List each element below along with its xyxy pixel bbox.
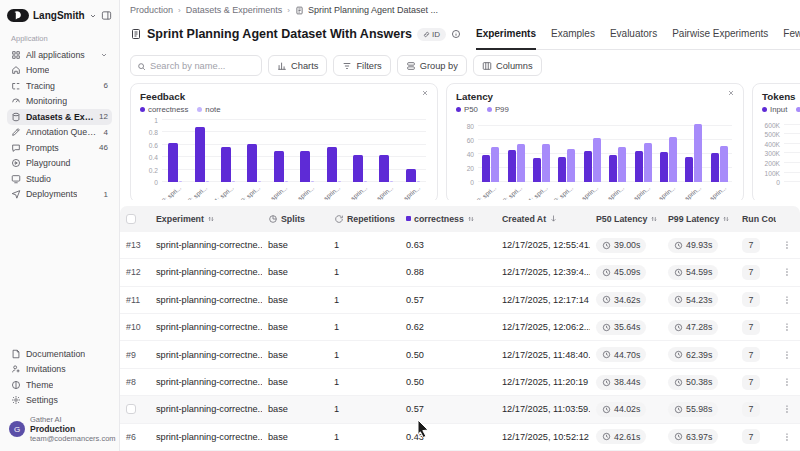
sidebar-item-playground[interactable]: Playground [7,156,112,172]
row-menu-icon[interactable] [782,377,792,387]
experiment-name[interactable]: sprint-planning-correctne... [156,322,262,332]
table-row[interactable]: #13sprint-planning-correctne...base10.63… [120,232,800,259]
sidebar-item-monitoring[interactable]: Monitoring [7,94,112,110]
sidebar-item-home[interactable]: Home [7,63,112,79]
sidebar-item-prompts[interactable]: Prompts46 [7,140,112,156]
row-menu-icon[interactable] [782,295,792,305]
breadcrumb-current[interactable]: Sprint Planning Agent Dataset ... [295,5,438,15]
bar-p50[interactable] [660,152,668,182]
charts-button[interactable]: Charts [268,55,327,76]
sidebar-item-annotation-queues[interactable]: Annotation Queues4 [7,125,112,141]
sidebar-item-invitations[interactable]: Invitations [7,362,112,378]
breadcrumb-item[interactable]: Production [130,5,173,15]
sidebar-item-studio[interactable]: Studio [7,171,112,187]
sidebar-item-tracing[interactable]: Tracing6 [7,78,112,94]
column-header-repetitions[interactable]: Repetitions [328,214,400,224]
row-menu-icon[interactable] [782,240,792,250]
bar-correctness[interactable] [247,144,257,182]
bar-p50[interactable] [482,155,490,182]
bar-p99[interactable] [567,149,575,182]
table-row[interactable]: #10sprint-planning-correctne...base10.62… [120,314,800,341]
sort-icon[interactable] [722,215,730,223]
tab-few-shot-search[interactable]: Few-shot search [783,19,800,49]
bar-p50[interactable] [635,151,643,182]
bar-p99[interactable] [618,147,626,182]
search-box[interactable] [130,55,262,76]
tab-experiments[interactable]: Experiments [476,19,536,49]
bar-p50[interactable] [685,157,693,182]
close-icon[interactable] [727,89,735,97]
experiment-name[interactable]: sprint-planning-correctne... [156,240,262,250]
account-switcher[interactable]: G Gather AI Production team@codemancers.… [7,415,112,443]
bar-p50[interactable] [508,150,516,182]
row-checkbox[interactable] [126,404,136,414]
bar-correctness[interactable] [274,151,284,182]
sort-icon[interactable] [207,215,215,223]
column-header-correctness[interactable]: correctness [400,214,496,224]
row-menu-icon[interactable] [782,350,792,360]
group-by-button[interactable]: Group by [397,55,467,76]
bar-p99[interactable] [593,138,601,182]
row-menu-icon[interactable] [782,267,792,277]
row-menu-icon[interactable] [782,322,792,332]
table-row[interactable]: #11sprint-planning-correctne...base10.57… [120,287,800,314]
bar-correctness[interactable] [353,155,363,182]
bar-p99[interactable] [644,143,652,182]
id-badge[interactable]: ID [417,28,446,41]
bar-correctness[interactable] [221,147,231,182]
bar-p50[interactable] [584,151,592,182]
experiment-name[interactable]: sprint-planning-correctne... [156,350,262,360]
bar-correctness[interactable] [195,127,205,182]
column-header-p50-latency[interactable]: P50 Latency [590,214,662,224]
bar-correctness[interactable] [406,169,416,182]
table-row[interactable]: sprint-planning-correctne...base10.5712/… [120,396,800,423]
column-header-run-count[interactable]: Run Count [736,214,776,224]
info-icon[interactable] [451,29,461,39]
column-header-p99-latency[interactable]: P99 Latency [662,214,736,224]
column-header-checkbox[interactable] [120,214,150,224]
sidebar-item-deployments[interactable]: Deployments1 [7,187,112,203]
bar-correctness[interactable] [168,143,178,182]
column-header-experiment[interactable]: Experiment [150,214,262,224]
columns-button[interactable]: Columns [473,55,542,76]
sidebar-item-all-applications[interactable]: All applications [7,47,112,63]
tab-pairwise-experiments[interactable]: Pairwise Experiments [672,19,768,49]
bar-p99[interactable] [694,124,702,182]
row-menu-icon[interactable] [782,432,792,442]
bar-p99[interactable] [669,137,677,182]
chevron-down-icon[interactable] [89,6,97,24]
filters-button[interactable]: Filters [333,55,390,76]
table-row[interactable]: #6sprint-planning-correctne...base10.431… [120,424,800,451]
experiment-name[interactable]: sprint-planning-correctne... [156,295,262,305]
sidebar-item-documentation[interactable]: Documentation [7,346,112,362]
tab-examples[interactable]: Examples [551,19,595,49]
bar-correctness[interactable] [379,155,389,182]
bar-correctness[interactable] [300,151,310,182]
experiment-name[interactable]: sprint-planning-correctne... [156,432,262,442]
select-all-checkbox[interactable] [126,214,136,224]
bar-p50[interactable] [533,158,541,182]
search-input[interactable] [150,61,255,71]
column-header-created-at[interactable]: Created At [496,214,590,224]
bar-p50[interactable] [711,153,719,182]
row-menu-icon[interactable] [782,404,792,414]
sidebar-item-settings[interactable]: Settings [7,393,112,409]
close-icon[interactable] [421,89,429,97]
brand-name[interactable]: LangSmith [33,10,85,21]
bar-p50[interactable] [558,157,566,182]
tab-evaluators[interactable]: Evaluators [610,19,657,49]
table-row[interactable]: #12sprint-planning-correctne...base10.88… [120,259,800,286]
bar-p50[interactable] [609,155,617,182]
bar-p99[interactable] [491,147,499,182]
sort-icon[interactable] [650,215,658,223]
sort-desc-icon[interactable] [549,214,558,223]
bar-p99[interactable] [517,144,525,182]
panel-toggle-icon[interactable] [101,10,112,21]
sort-icon[interactable] [467,215,475,223]
table-row[interactable]: #9sprint-planning-correctne...base10.501… [120,341,800,368]
breadcrumb-item[interactable]: Datasets & Experiments [186,5,283,15]
bar-p99[interactable] [720,146,728,182]
sidebar-item-datasets-experiments[interactable]: Datasets & Experiments12 [7,109,112,125]
experiment-name[interactable]: sprint-planning-correctne... [156,377,262,387]
table-row[interactable]: #8sprint-planning-correctne...base10.501… [120,369,800,396]
